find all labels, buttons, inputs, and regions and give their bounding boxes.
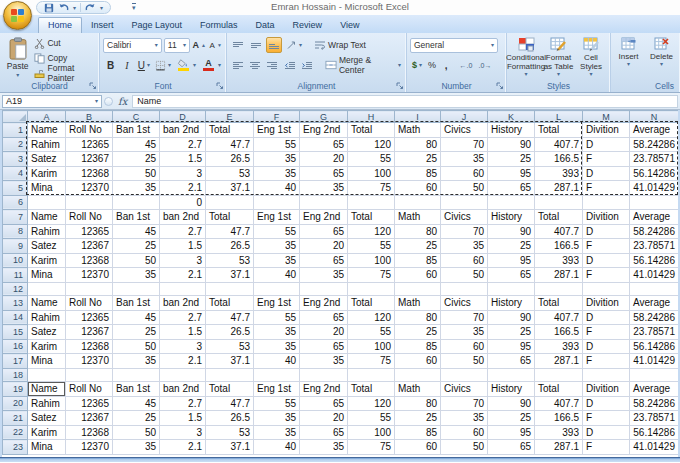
cell-B10[interactable]: 12368 bbox=[66, 253, 113, 268]
cell-E9[interactable]: 26.5 bbox=[206, 239, 254, 254]
cell-H3[interactable]: 55 bbox=[348, 152, 395, 167]
cell-B5[interactable]: 12370 bbox=[66, 181, 113, 196]
cell-B3[interactable]: 12367 bbox=[66, 152, 113, 167]
cell-L12[interactable] bbox=[535, 282, 583, 296]
cell-I12[interactable] bbox=[395, 282, 441, 296]
cell-D7[interactable]: ban 2nd bbox=[160, 210, 206, 225]
cut-button[interactable]: Cut bbox=[32, 36, 96, 50]
cell-K16[interactable]: 95 bbox=[488, 339, 535, 354]
cell-J5[interactable]: 50 bbox=[441, 181, 488, 196]
decrease-indent-button[interactable] bbox=[282, 57, 297, 73]
cell-J12[interactable] bbox=[441, 282, 488, 296]
cell-F3[interactable]: 35 bbox=[254, 152, 300, 167]
tab-review[interactable]: Review bbox=[284, 18, 332, 33]
cell-F12[interactable] bbox=[254, 282, 300, 296]
cell-D21[interactable]: 1.5 bbox=[160, 411, 206, 426]
cell-C18[interactable] bbox=[113, 368, 160, 382]
cell-B23[interactable]: 12370 bbox=[66, 440, 113, 455]
cell-I2[interactable]: 80 bbox=[395, 137, 441, 152]
cell-G10[interactable]: 65 bbox=[300, 253, 348, 268]
cell-E3[interactable]: 26.5 bbox=[206, 152, 254, 167]
cell-C13[interactable]: Ban 1st bbox=[113, 296, 160, 311]
cell-H7[interactable]: Total bbox=[348, 210, 395, 225]
cell-N8[interactable]: 58.24286 bbox=[630, 224, 679, 239]
cell-E10[interactable]: 53 bbox=[206, 253, 254, 268]
cell-N18[interactable] bbox=[630, 368, 679, 382]
cell-B8[interactable]: 12365 bbox=[66, 224, 113, 239]
delete-button[interactable]: Delete▾ bbox=[647, 35, 676, 80]
cell-J18[interactable] bbox=[441, 368, 488, 382]
cell-A12[interactable] bbox=[28, 282, 66, 296]
row-header-12[interactable]: 12 bbox=[3, 282, 28, 296]
cell-M11[interactable]: F bbox=[583, 268, 630, 283]
cell-I4[interactable]: 85 bbox=[395, 166, 441, 181]
column-header-A[interactable]: A bbox=[28, 111, 66, 123]
column-header-F[interactable]: F bbox=[254, 111, 300, 123]
conditional-formatting-button[interactable]: Conditional Formatting▾ bbox=[510, 35, 542, 80]
cell-M7[interactable]: Divition bbox=[583, 210, 630, 225]
cell-N22[interactable]: 56.14286 bbox=[630, 425, 679, 440]
row-header-18[interactable]: 18 bbox=[3, 368, 28, 382]
cell-D4[interactable]: 3 bbox=[160, 166, 206, 181]
cell-B17[interactable]: 12370 bbox=[66, 354, 113, 369]
cell-M16[interactable]: D bbox=[583, 339, 630, 354]
cell-G9[interactable]: 20 bbox=[300, 239, 348, 254]
cell-A23[interactable]: Mina bbox=[28, 440, 66, 455]
tab-home[interactable]: Home bbox=[38, 17, 82, 33]
cell-N6[interactable] bbox=[630, 195, 679, 210]
cell-E7[interactable]: Total bbox=[206, 210, 254, 225]
column-header-D[interactable]: D bbox=[160, 111, 206, 123]
format-as-table-button[interactable]: Format as Table▾ bbox=[543, 35, 575, 80]
cell-B15[interactable]: 12367 bbox=[66, 325, 113, 340]
cell-J13[interactable]: Civics bbox=[441, 296, 488, 311]
bottom-align-button[interactable] bbox=[266, 37, 282, 53]
row-header-14[interactable]: 14 bbox=[3, 310, 28, 325]
paste-button[interactable]: Paste ▾ bbox=[3, 35, 32, 79]
percent-style-button[interactable]: % bbox=[425, 57, 439, 73]
cell-D16[interactable]: 3 bbox=[160, 339, 206, 354]
cell-G4[interactable]: 65 bbox=[300, 166, 348, 181]
cell-F22[interactable]: 35 bbox=[254, 425, 300, 440]
row-header-6[interactable]: 6 bbox=[3, 195, 28, 210]
cell-D14[interactable]: 2.7 bbox=[160, 310, 206, 325]
row-header-19[interactable]: 19 bbox=[3, 382, 28, 397]
cell-H1[interactable]: Total bbox=[348, 123, 395, 138]
cell-B1[interactable]: Roll No bbox=[66, 123, 113, 138]
cell-C12[interactable] bbox=[113, 282, 160, 296]
row-header-10[interactable]: 10 bbox=[3, 253, 28, 268]
cell-A7[interactable]: Name bbox=[28, 210, 66, 225]
cell-J20[interactable]: 70 bbox=[441, 396, 488, 411]
column-header-M[interactable]: M bbox=[583, 111, 630, 123]
cell-C23[interactable]: 35 bbox=[113, 440, 160, 455]
underline-button[interactable]: U▾ bbox=[136, 59, 152, 72]
cell-K20[interactable]: 90 bbox=[488, 396, 535, 411]
align-center-button[interactable] bbox=[247, 57, 262, 73]
cell-L17[interactable]: 287.1 bbox=[535, 354, 583, 369]
clipboard-dialog-launcher-icon[interactable] bbox=[89, 82, 97, 90]
cell-G18[interactable] bbox=[300, 368, 348, 382]
cell-N11[interactable]: 41.01429 bbox=[630, 268, 679, 283]
cell-L7[interactable]: Total bbox=[535, 210, 583, 225]
cell-H16[interactable]: 100 bbox=[348, 339, 395, 354]
cell-N13[interactable]: Average bbox=[630, 296, 679, 311]
cell-styles-button[interactable]: Cell Styles▾ bbox=[575, 35, 607, 80]
cell-H22[interactable]: 100 bbox=[348, 425, 395, 440]
cell-B11[interactable]: 12370 bbox=[66, 268, 113, 283]
cell-D22[interactable]: 3 bbox=[160, 425, 206, 440]
cell-J23[interactable]: 50 bbox=[441, 440, 488, 455]
cell-K1[interactable]: History bbox=[488, 123, 535, 138]
column-header-E[interactable]: E bbox=[206, 111, 254, 123]
cell-L15[interactable]: 166.5 bbox=[535, 325, 583, 340]
cell-K2[interactable]: 90 bbox=[488, 137, 535, 152]
cell-J11[interactable]: 50 bbox=[441, 268, 488, 283]
cell-E8[interactable]: 47.7 bbox=[206, 224, 254, 239]
cell-E19[interactable]: Total bbox=[206, 382, 254, 397]
cell-I21[interactable]: 25 bbox=[395, 411, 441, 426]
cell-H14[interactable]: 120 bbox=[348, 310, 395, 325]
column-header-I[interactable]: I bbox=[395, 111, 441, 123]
cell-E11[interactable]: 37.1 bbox=[206, 268, 254, 283]
row-header-1[interactable]: 1 bbox=[3, 123, 28, 138]
cell-H11[interactable]: 75 bbox=[348, 268, 395, 283]
cell-F8[interactable]: 55 bbox=[254, 224, 300, 239]
cell-G19[interactable]: Eng 2nd bbox=[300, 382, 348, 397]
